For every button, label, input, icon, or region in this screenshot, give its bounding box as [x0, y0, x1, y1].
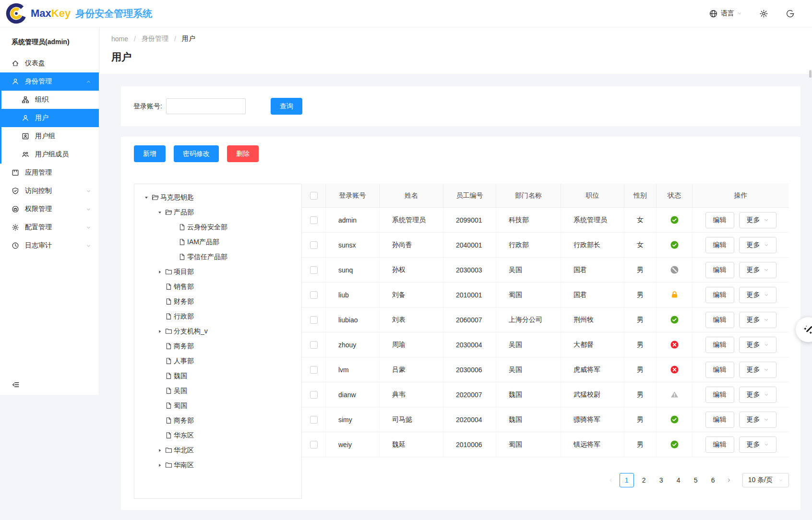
edit-button[interactable]: 编辑 [705, 262, 734, 278]
tree-node[interactable]: 蜀国 [136, 398, 299, 413]
row-checkbox[interactable] [310, 441, 318, 449]
chevron-down-icon [86, 243, 91, 248]
next-page-button[interactable] [723, 477, 735, 483]
row-checkbox[interactable] [310, 316, 318, 324]
login-account-input[interactable] [166, 98, 246, 114]
add-button[interactable]: 新增 [134, 145, 166, 162]
page-button[interactable]: 5 [689, 473, 703, 487]
delete-button[interactable]: 删除 [227, 145, 259, 162]
edit-button[interactable]: 编辑 [705, 412, 734, 428]
sidebar-item[interactable]: 组织 [1, 91, 99, 109]
menu-fold-icon[interactable] [12, 380, 20, 389]
cell-account: dianw [326, 382, 380, 407]
cell-employee-no: 2020004 [443, 407, 496, 432]
edit-button[interactable]: 编辑 [705, 212, 734, 228]
page-button[interactable]: 1 [620, 473, 634, 487]
breadcrumb-item[interactable]: home [111, 35, 128, 43]
edit-button[interactable]: 编辑 [705, 287, 734, 303]
cell-name: 吕蒙 [380, 357, 443, 382]
cell-account: sunsx [326, 233, 380, 257]
caret-right-icon[interactable] [155, 448, 164, 453]
row-checkbox[interactable] [310, 341, 318, 349]
sidebar-item[interactable]: 应用管理 [0, 164, 99, 182]
tree-node[interactable]: 项目部 [136, 264, 299, 279]
query-button[interactable]: 查询 [271, 98, 302, 115]
tree-node[interactable]: 商务部 [136, 413, 299, 428]
page-button[interactable]: 4 [671, 473, 686, 487]
row-checkbox[interactable] [310, 391, 318, 399]
tree-node[interactable]: 产品部 [136, 205, 299, 220]
sidebar-item[interactable]: 日志审计 [0, 236, 99, 255]
tree-node[interactable]: 财务部 [136, 294, 299, 309]
tree-node[interactable]: 人事部 [136, 354, 299, 368]
tree-node[interactable]: 华南区 [136, 458, 299, 473]
tree-node[interactable]: 华东区 [136, 428, 299, 443]
row-checkbox[interactable] [310, 366, 318, 374]
row-checkbox[interactable] [310, 241, 318, 249]
edit-button[interactable]: 编辑 [705, 362, 734, 378]
sidebar-item[interactable]: 身份管理 [0, 72, 99, 91]
folder-icon [165, 328, 172, 335]
tree-node[interactable]: 吴国 [136, 383, 299, 398]
tree-node[interactable]: 华北区 [136, 443, 299, 458]
tree-node[interactable]: 云身份安全部 [136, 220, 299, 235]
edit-button[interactable]: 编辑 [705, 437, 734, 453]
page-size-select[interactable]: 10 条/页 [742, 473, 789, 487]
breadcrumb-item[interactable]: 身份管理 [142, 35, 168, 43]
tree-node[interactable]: 魏国 [136, 368, 299, 383]
tree-node[interactable]: 分支机构_v [136, 324, 299, 339]
prev-page-button[interactable] [605, 477, 617, 483]
cell-department: 科技部 [496, 208, 561, 232]
tree-node[interactable]: 商务部 [136, 339, 299, 354]
caret-down-icon[interactable] [142, 195, 151, 200]
page-title: 用户 [111, 50, 812, 64]
page-button[interactable]: 6 [706, 473, 720, 487]
cell-name: 魏延 [380, 432, 443, 457]
caret-right-icon[interactable] [155, 463, 164, 468]
tree-node[interactable]: 行政部 [136, 309, 299, 324]
sidebar-item[interactable]: 用户组 [1, 127, 99, 145]
edit-button[interactable]: 编辑 [705, 312, 734, 328]
caret-down-icon[interactable] [155, 210, 164, 215]
sidebar-item[interactable]: 访问控制 [0, 182, 99, 200]
select-all-checkbox[interactable] [310, 192, 318, 200]
row-checkbox[interactable] [310, 416, 318, 424]
settings-gear-icon[interactable] [759, 9, 768, 18]
page-button[interactable]: 3 [654, 473, 669, 487]
more-button[interactable]: 更多 [739, 412, 776, 428]
tree-node[interactable]: 销售部 [136, 279, 299, 294]
modify-password-button[interactable]: 密码修改 [174, 145, 219, 162]
more-button[interactable]: 更多 [739, 362, 776, 378]
page-button[interactable]: 2 [637, 473, 651, 487]
more-button[interactable]: 更多 [739, 337, 776, 353]
tree-node[interactable]: 马克思钥匙 [136, 190, 299, 205]
sidebar-item[interactable]: 用户组成员 [1, 145, 99, 164]
more-button[interactable]: 更多 [739, 437, 776, 453]
sidebar-item[interactable]: 用户 [1, 109, 99, 127]
more-button[interactable]: 更多 [739, 212, 776, 228]
row-checkbox[interactable] [310, 291, 318, 299]
edit-button[interactable]: 编辑 [705, 387, 734, 403]
breadcrumb: home/身份管理/用户 [111, 35, 812, 43]
more-button[interactable]: 更多 [739, 237, 776, 253]
chevron-up-icon [86, 79, 91, 84]
more-button[interactable]: 更多 [739, 387, 776, 403]
edit-button[interactable]: 编辑 [705, 237, 734, 253]
cell-gender: 男 [624, 432, 657, 457]
scrollbar-thumb[interactable] [809, 70, 812, 78]
row-checkbox[interactable] [310, 216, 318, 224]
more-button[interactable]: 更多 [739, 287, 776, 303]
sidebar-item[interactable]: 配置管理 [0, 218, 99, 236]
more-button[interactable]: 更多 [739, 312, 776, 328]
caret-right-icon[interactable] [155, 329, 164, 334]
caret-right-icon[interactable] [155, 270, 164, 274]
logout-icon[interactable] [786, 9, 795, 18]
row-checkbox[interactable] [310, 266, 318, 274]
language-selector[interactable]: 语言 [709, 9, 742, 18]
sidebar-item[interactable]: 仪表盘 [0, 54, 99, 72]
tree-node[interactable]: IAM产品部 [136, 235, 299, 249]
edit-button[interactable]: 编辑 [705, 337, 734, 353]
more-button[interactable]: 更多 [739, 262, 776, 278]
tree-node[interactable]: 零信任产品部 [136, 249, 299, 264]
sidebar-item[interactable]: 权限管理 [0, 200, 99, 218]
